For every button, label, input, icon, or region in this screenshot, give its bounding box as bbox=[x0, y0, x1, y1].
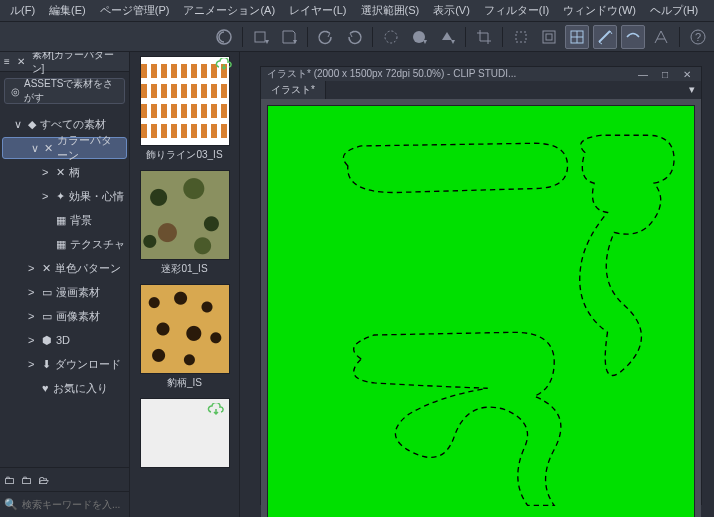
redo-icon[interactable] bbox=[342, 25, 366, 49]
cloud-download-icon[interactable] bbox=[207, 403, 225, 417]
tree-pattern[interactable]: >✕柄 bbox=[0, 160, 129, 184]
svg-rect-1 bbox=[255, 32, 265, 42]
assets-icon: ◎ bbox=[11, 86, 20, 97]
open-folder-icon[interactable]: 🗁 bbox=[38, 474, 49, 486]
assets-label: ASSETSで素材をさがす bbox=[24, 77, 118, 105]
heart-icon: ♥ bbox=[42, 382, 49, 394]
document-title: イラスト* (2000 x 1500px 72dpi 50.0%) - CLIP… bbox=[267, 67, 516, 81]
maximize-icon[interactable]: □ bbox=[657, 69, 673, 80]
rotate-canvas-icon[interactable] bbox=[537, 25, 561, 49]
tree-download[interactable]: >⬇ダウンロード bbox=[0, 352, 129, 376]
material-thumb-4[interactable] bbox=[140, 398, 230, 468]
clear-icon[interactable] bbox=[379, 25, 403, 49]
canvas-size-icon[interactable] bbox=[509, 25, 533, 49]
menu-file[interactable]: ル(F) bbox=[4, 1, 41, 20]
tree-texture[interactable]: ▦テクスチャ bbox=[0, 232, 129, 256]
menu-view[interactable]: 表示(V) bbox=[427, 1, 476, 20]
pattern-icon: ✕ bbox=[42, 262, 51, 275]
frame-icon: ▭ bbox=[42, 286, 52, 299]
main-toolbar: ▾ ▾ ▾ ▾ ? bbox=[0, 22, 714, 52]
cloud-download-icon[interactable] bbox=[215, 58, 233, 72]
pattern-icon: ✕ bbox=[44, 142, 53, 155]
grid-icon[interactable] bbox=[565, 25, 589, 49]
sparkle-icon: ✦ bbox=[56, 190, 65, 203]
ruler-icon[interactable] bbox=[593, 25, 617, 49]
building-icon: ▦ bbox=[56, 214, 66, 227]
clipstudio-icon[interactable] bbox=[212, 25, 236, 49]
svg-rect-8 bbox=[516, 32, 526, 42]
new-folder-icon[interactable]: 🗀 bbox=[4, 474, 15, 486]
close-icon[interactable]: ✕ bbox=[679, 69, 695, 80]
workspace: イラスト* (2000 x 1500px 72dpi 50.0%) - CLIP… bbox=[240, 52, 714, 517]
menu-help[interactable]: ヘルプ(H) bbox=[644, 1, 704, 20]
material-label-2: 迷彩01_IS bbox=[130, 262, 239, 276]
download-icon: ⬇ bbox=[42, 358, 51, 371]
svg-text:?: ? bbox=[695, 31, 701, 43]
folder-tools: 🗀 🗀 🗁 bbox=[0, 467, 129, 491]
panel-title: 素材[カラーパターン] bbox=[32, 52, 125, 76]
tree-color-pattern[interactable]: ∨✕カラーパターン bbox=[2, 137, 127, 159]
new-icon[interactable]: ▾ bbox=[249, 25, 273, 49]
menu-window[interactable]: ウィンドウ(W) bbox=[557, 1, 642, 20]
svg-rect-9 bbox=[543, 31, 555, 43]
document-window: イラスト* (2000 x 1500px 72dpi 50.0%) - CLIP… bbox=[260, 66, 702, 505]
search-row: 🔍 bbox=[0, 491, 129, 517]
cube-icon: ⬢ bbox=[42, 334, 52, 347]
color-icon[interactable]: ▾ bbox=[407, 25, 431, 49]
document-titlebar[interactable]: イラスト* (2000 x 1500px 72dpi 50.0%) - CLIP… bbox=[261, 67, 701, 81]
material-panel: ≡ ✕ 素材[カラーパターン] ◎ ASSETSで素材をさがす ∨◆すべての素材… bbox=[0, 52, 130, 517]
fill-icon[interactable]: ▾ bbox=[435, 25, 459, 49]
minimize-icon[interactable]: — bbox=[635, 69, 651, 80]
material-label-1: 飾りライン03_IS bbox=[130, 148, 239, 162]
svg-text:▾: ▾ bbox=[265, 37, 269, 46]
material-thumb-3[interactable] bbox=[140, 284, 230, 374]
tree-image[interactable]: >▭画像素材 bbox=[0, 304, 129, 328]
perspective-icon[interactable] bbox=[649, 25, 673, 49]
panel-menu-icon[interactable]: ≡ bbox=[4, 56, 10, 67]
tree-mono-pattern[interactable]: >✕単色パターン bbox=[0, 256, 129, 280]
menu-layer[interactable]: レイヤー(L) bbox=[283, 1, 352, 20]
undo-icon[interactable] bbox=[314, 25, 338, 49]
document-tab[interactable]: イラスト* bbox=[261, 81, 326, 99]
tree-favorite[interactable]: ♥お気に入り bbox=[0, 376, 129, 400]
menu-page[interactable]: ページ管理(P) bbox=[94, 1, 176, 20]
menu-filter[interactable]: フィルター(I) bbox=[478, 1, 555, 20]
menubar: ル(F) 編集(E) ページ管理(P) アニメーション(A) レイヤー(L) 選… bbox=[0, 0, 714, 22]
canvas[interactable] bbox=[267, 105, 695, 517]
document-tabs: イラスト* ▾ bbox=[261, 81, 701, 99]
canvas-area bbox=[261, 99, 701, 517]
panel-header: ≡ ✕ 素材[カラーパターン] bbox=[0, 52, 129, 72]
save-icon[interactable]: ▾ bbox=[277, 25, 301, 49]
tree-3d[interactable]: >⬢3D bbox=[0, 328, 129, 352]
svg-point-4 bbox=[385, 31, 397, 43]
snap-icon[interactable] bbox=[621, 25, 645, 49]
material-thumbnails: 飾りライン03_IS 迷彩01_IS 豹柄_IS bbox=[130, 52, 240, 517]
svg-rect-10 bbox=[546, 34, 552, 40]
image-icon: ▭ bbox=[42, 310, 52, 323]
tab-menu-icon[interactable]: ▾ bbox=[683, 81, 701, 99]
assets-search-button[interactable]: ◎ ASSETSで素材をさがす bbox=[4, 78, 125, 104]
tree-effect[interactable]: >✦効果・心情 bbox=[0, 184, 129, 208]
crop-icon[interactable] bbox=[472, 25, 496, 49]
menu-animation[interactable]: アニメーション(A) bbox=[177, 1, 281, 20]
folder-icon[interactable]: 🗀 bbox=[21, 474, 32, 486]
svg-text:▾: ▾ bbox=[423, 37, 427, 46]
menu-edit[interactable]: 編集(E) bbox=[43, 1, 92, 20]
material-tree: ∨◆すべての素材 ∨✕カラーパターン >✕柄 >✦効果・心情 ▦背景 ▦テクスチ… bbox=[0, 110, 129, 467]
search-input[interactable] bbox=[22, 499, 130, 510]
material-thumb-2[interactable] bbox=[140, 170, 230, 260]
pattern-icon: ✕ bbox=[56, 166, 65, 179]
material-label-3: 豹柄_IS bbox=[130, 376, 239, 390]
tree-background[interactable]: ▦背景 bbox=[0, 208, 129, 232]
menu-selection[interactable]: 選択範囲(S) bbox=[355, 1, 426, 20]
svg-text:▾: ▾ bbox=[293, 37, 297, 46]
tree-manga[interactable]: >▭漫画素材 bbox=[0, 280, 129, 304]
svg-text:▾: ▾ bbox=[451, 37, 455, 46]
grid-dots-icon: ◆ bbox=[28, 118, 36, 131]
search-icon: 🔍 bbox=[4, 498, 18, 511]
panel-close-icon[interactable]: ✕ bbox=[14, 56, 28, 67]
texture-icon: ▦ bbox=[56, 238, 66, 251]
help-icon[interactable]: ? bbox=[686, 25, 710, 49]
